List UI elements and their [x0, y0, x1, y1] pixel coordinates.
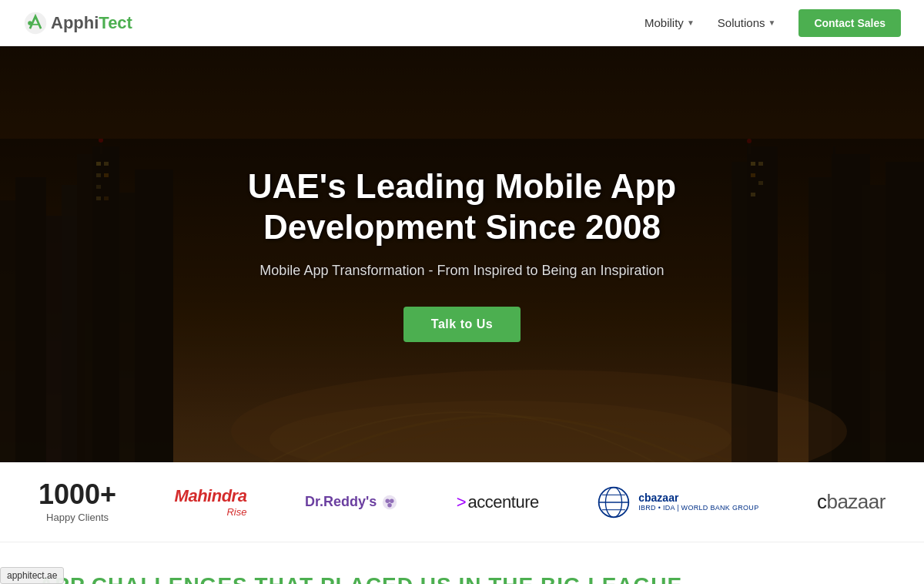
accenture-arrow-icon: > [457, 492, 467, 512]
clients-count-number: 1000+ [38, 481, 116, 508]
logo-tect-text: Tect [99, 13, 132, 33]
cbazaar-text: cbazaar [817, 490, 886, 514]
worldbank-globe-icon [597, 485, 631, 519]
mahindra-logo: Mahindra Rise [175, 483, 247, 522]
hero-content: UAE's Leading Mobile App Development Sin… [154, 166, 770, 343]
mobility-nav-item[interactable]: Mobility ▼ [644, 16, 695, 29]
solutions-nav-item[interactable]: Solutions ▼ [718, 16, 776, 29]
svg-point-1 [28, 21, 32, 25]
nav-links: Mobility ▼ Solutions ▼ Contact Sales [644, 9, 901, 37]
hero-title: UAE's Leading Mobile App Development Sin… [169, 166, 755, 248]
bottom-teaser: APP CHALLENGES THAT PLACED US IN THE BIG… [0, 542, 924, 584]
mobility-chevron-icon: ▼ [687, 18, 695, 27]
worldbank-subtitle: IBRD • IDA | WORLD BANK GROUP [638, 504, 758, 512]
clients-bar: 1000+ Happy Clients Mahindra Rise Dr.Red… [0, 462, 924, 542]
bottom-title-part1: APP CHALLENGES THAT [38, 573, 320, 584]
drreddy-name: Dr.Reddy's [305, 494, 377, 510]
worldbank-text-group: cbazaar IBRD • IDA | WORLD BANK GROUP [638, 492, 758, 512]
cbazaar-c: c [817, 490, 827, 513]
solutions-label: Solutions [718, 16, 765, 29]
svg-point-39 [390, 498, 394, 503]
drreddy-text: Dr.Reddy's [305, 494, 398, 511]
accenture-text: accenture [468, 492, 539, 512]
solutions-chevron-icon: ▼ [768, 18, 776, 27]
mahindra-text: Mahindra [175, 486, 247, 506]
navbar: ApphiTect Mobility ▼ Solutions ▼ Contact… [0, 0, 924, 46]
mobility-label: Mobility [644, 16, 684, 29]
clients-count-label: Happy Clients [38, 512, 116, 523]
contact-sales-button[interactable]: Contact Sales [798, 9, 901, 37]
hero-subtitle: Mobile App Transformation - From Inspire… [169, 263, 755, 279]
worldbank-logo: cbazaar IBRD • IDA | WORLD BANK GROUP [597, 483, 758, 522]
worldbank-title: cbazaar [638, 492, 758, 504]
svg-point-37 [383, 495, 397, 508]
bottom-teaser-title: APP CHALLENGES THAT PLACED US IN THE BIG… [38, 573, 886, 584]
logo-apphi-text: Apphi [51, 13, 99, 33]
url-bar: apphitect.ae [0, 567, 64, 584]
mahindra-rise-text: Rise [175, 506, 247, 518]
drreddy-icon [381, 494, 398, 511]
svg-point-38 [386, 498, 390, 503]
logo-icon [23, 11, 48, 35]
hero-section: UAE's Leading Mobile App Development Sin… [0, 46, 924, 462]
accenture-logo: > accenture [457, 483, 539, 522]
hero-cta-button[interactable]: Talk to Us [403, 307, 521, 342]
clients-count: 1000+ Happy Clients [38, 481, 116, 523]
logo[interactable]: ApphiTect [23, 11, 132, 35]
svg-point-40 [387, 502, 392, 507]
drreddy-logo: Dr.Reddy's [305, 483, 398, 522]
bottom-title-part2: PLACED US IN THE BIG LEAGUE [320, 573, 682, 584]
cbazaar-logo: cbazaar [817, 483, 886, 522]
